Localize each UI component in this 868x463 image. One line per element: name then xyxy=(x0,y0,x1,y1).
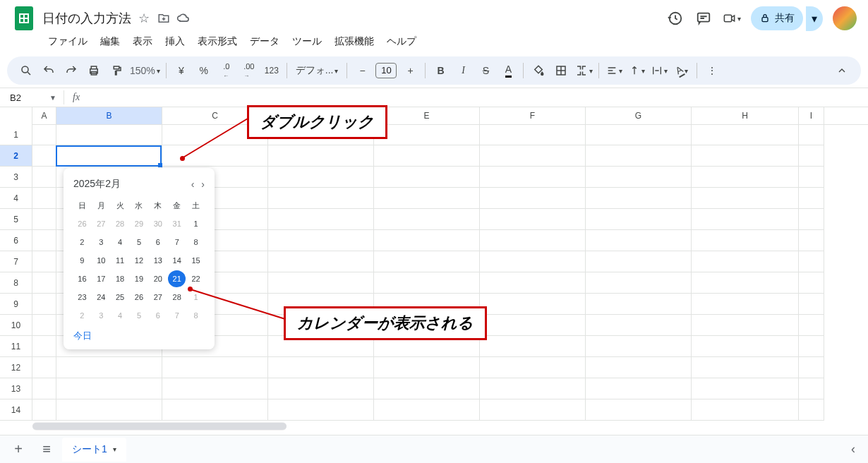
decrease-decimal-button[interactable]: .0← xyxy=(217,61,236,80)
row-header-10[interactable]: 10 xyxy=(0,315,32,336)
row-header-1[interactable]: 1 xyxy=(0,124,32,145)
cal-day[interactable]: 9 xyxy=(73,252,91,269)
cell[interactable] xyxy=(480,294,586,315)
cell[interactable] xyxy=(480,167,586,188)
cal-day[interactable]: 14 xyxy=(168,252,186,269)
today-link[interactable]: 今日 xyxy=(73,330,92,341)
cell[interactable] xyxy=(268,230,374,251)
cell[interactable] xyxy=(32,209,56,230)
cal-day[interactable]: 3 xyxy=(92,307,110,324)
cell[interactable] xyxy=(692,336,799,357)
cell[interactable] xyxy=(692,357,799,378)
font-select[interactable]: デフォ...▾ xyxy=(293,61,342,80)
cal-day[interactable]: 5 xyxy=(131,307,148,324)
more-icon[interactable]: ⋮ xyxy=(703,61,721,80)
valign-button[interactable]: ▾ xyxy=(627,61,646,80)
cell[interactable] xyxy=(268,378,374,399)
meet-icon[interactable]: ▾ xyxy=(723,9,741,28)
cell[interactable] xyxy=(799,230,824,251)
increase-font-button[interactable]: + xyxy=(401,61,419,80)
bold-button[interactable]: B xyxy=(431,61,450,80)
cell[interactable] xyxy=(374,124,480,145)
cell[interactable] xyxy=(162,145,268,167)
cell[interactable] xyxy=(480,188,586,209)
paint-format-icon[interactable] xyxy=(107,61,126,80)
cell[interactable] xyxy=(374,251,480,272)
cell[interactable] xyxy=(799,209,824,230)
add-sheet-button[interactable]: + xyxy=(6,437,31,462)
cell[interactable] xyxy=(586,378,692,399)
row-header-9[interactable]: 9 xyxy=(0,294,32,315)
cell[interactable] xyxy=(480,230,586,251)
cell[interactable] xyxy=(268,357,374,378)
cell[interactable] xyxy=(374,230,480,251)
cal-day[interactable]: 23 xyxy=(73,289,91,306)
cal-day[interactable]: 12 xyxy=(131,252,148,269)
cell[interactable] xyxy=(480,378,586,399)
row-header-2[interactable]: 2 xyxy=(0,145,32,167)
cell[interactable] xyxy=(799,399,824,421)
col-header-H[interactable]: H xyxy=(692,107,799,124)
cell[interactable] xyxy=(374,209,480,230)
print-icon[interactable] xyxy=(85,61,103,80)
cell[interactable] xyxy=(56,124,162,145)
cell[interactable] xyxy=(32,188,56,209)
cal-day[interactable]: 27 xyxy=(149,289,167,306)
cell[interactable] xyxy=(586,209,692,230)
menu-ヘルプ[interactable]: ヘルプ xyxy=(381,32,422,51)
cell[interactable] xyxy=(586,188,692,209)
row-header-13[interactable]: 13 xyxy=(0,378,32,399)
menu-挿入[interactable]: 挿入 xyxy=(159,32,191,51)
cell[interactable] xyxy=(32,167,56,188)
prev-month-button[interactable]: ‹ xyxy=(191,179,195,190)
cell[interactable] xyxy=(480,315,586,336)
cal-day[interactable]: 2 xyxy=(73,307,91,324)
avatar[interactable] xyxy=(833,6,857,30)
cal-day[interactable]: 10 xyxy=(92,252,110,269)
cell[interactable] xyxy=(799,124,824,145)
font-size-input[interactable]: 10 xyxy=(375,63,397,78)
cal-day[interactable]: 8 xyxy=(187,307,205,324)
cell[interactable] xyxy=(268,188,374,209)
cell[interactable] xyxy=(799,294,824,315)
cell[interactable] xyxy=(32,294,56,315)
halign-button[interactable]: ▾ xyxy=(605,61,623,80)
cal-day[interactable]: 26 xyxy=(73,215,91,232)
cell[interactable] xyxy=(799,251,824,272)
menu-表示[interactable]: 表示 xyxy=(127,32,158,51)
cell[interactable] xyxy=(692,188,799,209)
cell[interactable] xyxy=(692,378,799,399)
share-button[interactable]: 共有 xyxy=(751,6,803,30)
cell[interactable] xyxy=(480,251,586,272)
cal-day[interactable]: 21 xyxy=(168,270,186,287)
cell[interactable] xyxy=(799,315,824,336)
cell[interactable] xyxy=(56,378,162,399)
doc-title[interactable]: 日付の入力方法 xyxy=(42,10,131,27)
cell[interactable] xyxy=(32,315,56,336)
text-color-button[interactable]: A xyxy=(499,61,517,80)
italic-button[interactable]: I xyxy=(454,61,472,80)
sheets-logo[interactable] xyxy=(11,6,37,31)
next-month-button[interactable]: › xyxy=(201,179,205,190)
row-header-12[interactable]: 12 xyxy=(0,357,32,378)
cal-day[interactable]: 25 xyxy=(111,289,129,306)
decrease-font-button[interactable]: − xyxy=(353,61,371,80)
cal-day[interactable]: 24 xyxy=(92,289,110,306)
cell[interactable] xyxy=(586,399,692,421)
horizontal-scrollbar[interactable] xyxy=(32,422,287,431)
cell[interactable] xyxy=(480,336,586,357)
cell[interactable] xyxy=(268,399,374,421)
cal-day[interactable]: 19 xyxy=(131,270,148,287)
cal-day[interactable]: 6 xyxy=(149,234,167,251)
cell[interactable] xyxy=(692,124,799,145)
cell[interactable] xyxy=(692,315,799,336)
col-header-F[interactable]: F xyxy=(480,107,586,124)
cell[interactable] xyxy=(56,399,162,421)
col-header-E[interactable]: E xyxy=(374,107,480,124)
cell[interactable] xyxy=(32,251,56,272)
cell[interactable] xyxy=(586,124,692,145)
all-sheets-button[interactable]: ≡ xyxy=(34,437,59,462)
active-cell[interactable] xyxy=(56,145,162,167)
cal-day[interactable]: 27 xyxy=(92,215,110,232)
currency-button[interactable]: ¥ xyxy=(172,61,191,80)
